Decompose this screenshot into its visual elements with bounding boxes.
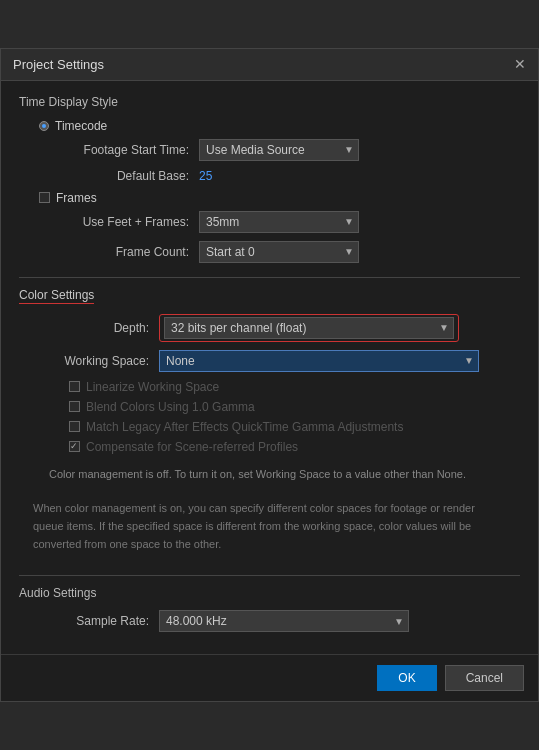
color-info-text: Color management is off. To turn it on, … (19, 460, 520, 489)
dialog-footer: OK Cancel (1, 654, 538, 701)
match-legacy-row: Match Legacy After Effects QuickTime Gam… (19, 420, 520, 434)
compensate-label: Compensate for Scene-referred Profiles (86, 440, 298, 454)
sample-rate-select-wrap: 48.000 kHz ▼ (159, 610, 409, 632)
match-legacy-checkbox[interactable] (69, 421, 80, 432)
frame-count-select-wrap: Start at 0 ▼ (199, 241, 359, 263)
divider-1 (19, 277, 520, 278)
working-space-label: Working Space: (29, 354, 159, 368)
title-bar: Project Settings ✕ (1, 49, 538, 81)
blend-colors-row: Blend Colors Using 1.0 Gamma (19, 400, 520, 414)
project-settings-dialog: Project Settings ✕ Time Display Style Ti… (0, 48, 539, 702)
dialog-title: Project Settings (13, 57, 104, 72)
working-space-select-wrap: None ▼ (159, 350, 479, 372)
sample-rate-label: Sample Rate: (29, 614, 159, 628)
frame-count-select[interactable]: Start at 0 (199, 241, 359, 263)
sample-rate-row: Sample Rate: 48.000 kHz ▼ (19, 610, 520, 632)
audio-settings-label: Audio Settings (19, 586, 520, 600)
color-settings-label: Color Settings (19, 288, 94, 304)
timecode-radio[interactable] (39, 121, 49, 131)
blend-colors-label: Blend Colors Using 1.0 Gamma (86, 400, 255, 414)
default-base-label: Default Base: (69, 169, 199, 183)
timecode-radio-row[interactable]: Timecode (19, 119, 520, 133)
use-feet-label: Use Feet + Frames: (69, 215, 199, 229)
ok-button[interactable]: OK (377, 665, 436, 691)
blend-colors-checkbox[interactable] (69, 401, 80, 412)
dialog-content: Time Display Style Timecode Footage Star… (1, 81, 538, 654)
audio-settings-section: Audio Settings Sample Rate: 48.000 kHz ▼ (19, 586, 520, 632)
compensate-row: Compensate for Scene-referred Profiles (19, 440, 520, 454)
footage-start-select-wrap: Use Media Source ▼ (199, 139, 359, 161)
depth-row: Depth: 32 bits per channel (float) ▼ (19, 314, 520, 342)
divider-2 (19, 575, 520, 576)
default-base-row: Default Base: 25 (19, 169, 520, 183)
cancel-button[interactable]: Cancel (445, 665, 524, 691)
depth-label: Depth: (29, 321, 159, 335)
default-base-value: 25 (199, 169, 212, 183)
color-settings-section: Color Settings Depth: 32 bits per channe… (19, 288, 520, 561)
close-button[interactable]: ✕ (514, 57, 526, 71)
use-feet-select[interactable]: 35mm (199, 211, 359, 233)
timecode-label: Timecode (55, 119, 107, 133)
time-display-label: Time Display Style (19, 95, 520, 109)
working-space-row: Working Space: None ▼ (19, 350, 520, 372)
match-legacy-label: Match Legacy After Effects QuickTime Gam… (86, 420, 403, 434)
color-info-text2: When color management is on, you can spe… (19, 492, 520, 561)
use-feet-select-wrap: 35mm ▼ (199, 211, 359, 233)
frame-count-row: Frame Count: Start at 0 ▼ (19, 241, 520, 263)
use-feet-row: Use Feet + Frames: 35mm ▼ (19, 211, 520, 233)
color-settings-header: Color Settings (19, 288, 520, 304)
working-space-select[interactable]: None (159, 350, 479, 372)
sample-rate-select[interactable]: 48.000 kHz (159, 610, 409, 632)
depth-select[interactable]: 32 bits per channel (float) (164, 317, 454, 339)
frames-label: Frames (56, 191, 97, 205)
footage-start-label: Footage Start Time: (69, 143, 199, 157)
linearize-label: Linearize Working Space (86, 380, 219, 394)
linearize-row: Linearize Working Space (19, 380, 520, 394)
compensate-checkbox[interactable] (69, 441, 80, 452)
depth-select-wrap: 32 bits per channel (float) ▼ (164, 317, 454, 339)
footage-start-row: Footage Start Time: Use Media Source ▼ (19, 139, 520, 161)
frame-count-label: Frame Count: (69, 245, 199, 259)
depth-highlight: 32 bits per channel (float) ▼ (159, 314, 459, 342)
footage-start-select[interactable]: Use Media Source (199, 139, 359, 161)
frames-checkbox-row[interactable]: Frames (19, 191, 520, 205)
time-display-section: Time Display Style Timecode Footage Star… (19, 95, 520, 263)
linearize-checkbox[interactable] (69, 381, 80, 392)
frames-checkbox[interactable] (39, 192, 50, 203)
